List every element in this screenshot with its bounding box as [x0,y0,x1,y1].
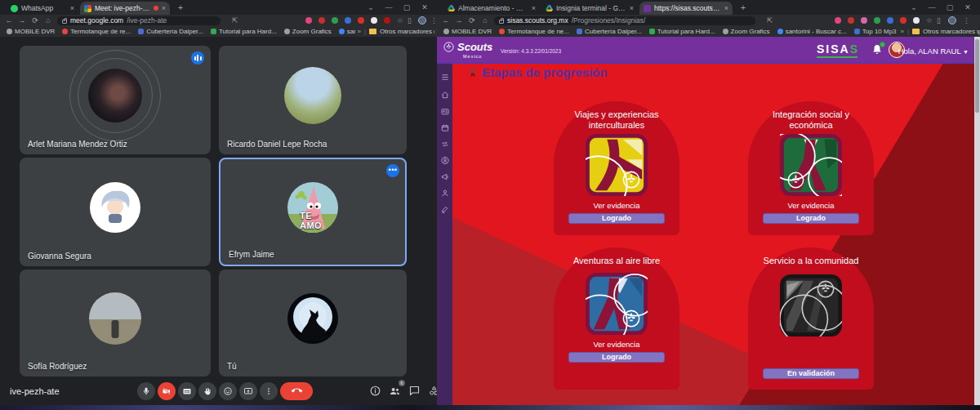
share-icon[interactable]: ⇱ [767,15,773,26]
bookmarks-overflow[interactable]: » | Otros marcadores [355,26,434,37]
extension-icon[interactable] [848,17,854,24]
bookmark-star-icon[interactable]: ☆ [926,15,933,26]
minimize-button[interactable]: — [923,3,941,11]
menu-kebab-icon[interactable]: ⋮ [430,15,437,26]
tab-close-icon[interactable]: × [724,4,728,12]
bookmark-item[interactable]: MOBILE DVR [443,28,492,35]
home-icon[interactable]: ⌂ [479,15,491,26]
side-panel-icon[interactable]: ▯ [937,15,941,26]
extension-icon[interactable] [887,17,893,24]
activities-icon[interactable] [428,385,437,398]
bookmark-item[interactable]: Tutorial para Hard... [211,28,277,35]
bookmark-item[interactable]: Termotanque de ne... [499,28,569,35]
edit-icon[interactable] [440,203,449,212]
extension-icon[interactable] [345,17,351,24]
extension-icon[interactable] [835,17,841,24]
participant-tile[interactable]: TE AMO ••• Efrym Jaime [219,158,407,266]
status-button[interactable]: Logrado [763,213,859,224]
page-scrollbar[interactable] [974,37,980,405]
forward-icon[interactable]: → [453,15,465,26]
maximize-button[interactable]: ▢ [941,3,959,11]
tab-search-icon[interactable]: ⌄ [905,3,923,11]
extension-icon[interactable] [371,17,377,24]
account-circle-icon[interactable] [440,154,449,163]
bookmark-item[interactable]: Cubertería Dalper... [138,28,203,35]
share-icon[interactable]: ⇱ [232,15,238,26]
captions-button[interactable] [178,382,196,400]
side-panel-icon[interactable]: ▯ [408,15,412,26]
minimize-button[interactable]: — [380,3,398,11]
present-screen-button[interactable] [239,382,257,400]
close-button[interactable]: ✕ [416,3,434,11]
badge-image-servicio[interactable] [780,274,842,336]
calendar-icon[interactable] [440,121,449,130]
bookmark-item[interactable]: MOBILE DVR [7,28,55,35]
bookmark-item[interactable]: Termotanque de re... [62,28,131,35]
scrollbar-thumb[interactable] [975,39,979,113]
reload-icon[interactable]: ⟳ [466,15,478,26]
participant-tile[interactable]: Sofía Rodríguez [20,270,211,377]
extension-icon[interactable] [913,17,920,24]
participant-tile[interactable]: Giovanna Segura [20,158,211,266]
menu-hamburger-icon[interactable] [440,70,449,79]
badge-image-aventuras[interactable] [586,273,648,335]
tab-sisas[interactable]: https://sisas.scouts.org.mx/Prog × [639,2,733,15]
transfer-arrows-icon[interactable] [440,137,449,146]
notifications-bell-icon[interactable] [871,43,884,56]
tab-search-icon[interactable]: ⌄ [362,3,380,11]
badge-image-integracion[interactable] [780,134,842,196]
home-icon[interactable]: ⌂ [42,15,54,26]
reload-icon[interactable]: ⟳ [29,15,41,26]
bookmark-item[interactable]: Zoom Grafics [284,28,332,35]
menu-kebab-icon[interactable]: ⋮ [963,15,970,26]
tab-drive-insignia[interactable]: Insignia terminal - Google Drive × [541,2,638,15]
address-bar[interactable]: sisas.scouts.org.mx/Progresiones/Insigni… [494,16,755,25]
back-icon[interactable]: ← [3,15,15,26]
view-evidence-link[interactable]: Ver evidencia [787,201,834,210]
bookmark-item[interactable]: Tutorial para Hard... [649,28,715,35]
extension-icon[interactable] [332,17,338,24]
overflow-chevron-icon[interactable]: » [900,28,903,35]
tab-close-icon[interactable]: × [70,4,74,12]
person-icon[interactable] [440,186,449,195]
badge-image-viajes[interactable] [586,134,648,196]
bookmark-star-icon[interactable]: ☆ [397,15,403,26]
tab-meet[interactable]: Meet: ive-pezh-ate × [80,2,170,15]
tab-close-icon[interactable]: × [162,4,166,12]
status-button[interactable]: Logrado [568,213,665,224]
extension-icon[interactable] [358,17,364,24]
maximize-button[interactable]: ▢ [398,3,416,11]
back-icon[interactable]: ← [440,15,452,26]
profile-avatar[interactable] [948,16,956,25]
extension-icon[interactable] [318,17,325,24]
tab-whatsapp[interactable]: WhatsApp × [7,2,78,15]
extension-icon[interactable] [861,17,867,24]
close-button[interactable]: ✕ [959,3,977,11]
extension-icon[interactable] [900,17,906,24]
participant-tile[interactable]: Tú [219,270,407,377]
people-panel-icon[interactable]: 6 [389,385,402,398]
camera-off-button[interactable] [158,382,176,400]
participant-tile[interactable]: Arlet Mariana Mendez Ortiz [20,46,211,154]
megaphone-icon[interactable] [440,170,449,179]
new-tab-button[interactable]: + [175,2,186,13]
status-button[interactable]: En validación [763,368,859,379]
chat-panel-icon[interactable] [408,385,421,398]
extension-icon[interactable] [384,17,390,24]
extension-icon[interactable] [874,17,880,24]
view-evidence-link[interactable]: Ver evidencia [593,201,639,210]
overflow-chevron-icon[interactable]: » [357,28,360,35]
status-button[interactable]: Logrado [568,352,665,363]
reactions-button[interactable] [219,382,237,400]
bookmarks-overflow[interactable]: » | Otros marcadores [898,26,977,37]
profile-avatar[interactable] [418,16,426,25]
participant-tile[interactable]: Ricardo Daniel Lepe Rocha [219,46,407,154]
tile-options-icon[interactable]: ••• [386,164,399,177]
tab-drive-almacenamiento[interactable]: Almacenamiento - Google Drive × [443,2,540,15]
tab-close-icon[interactable]: × [532,4,536,12]
raise-hand-button[interactable] [198,382,216,400]
id-card-icon[interactable] [440,105,449,114]
end-call-button[interactable] [280,382,313,400]
bookmark-item[interactable]: Zoom Grafics [723,28,770,35]
bookmark-item[interactable]: santorini - Buscar c... [777,28,847,35]
